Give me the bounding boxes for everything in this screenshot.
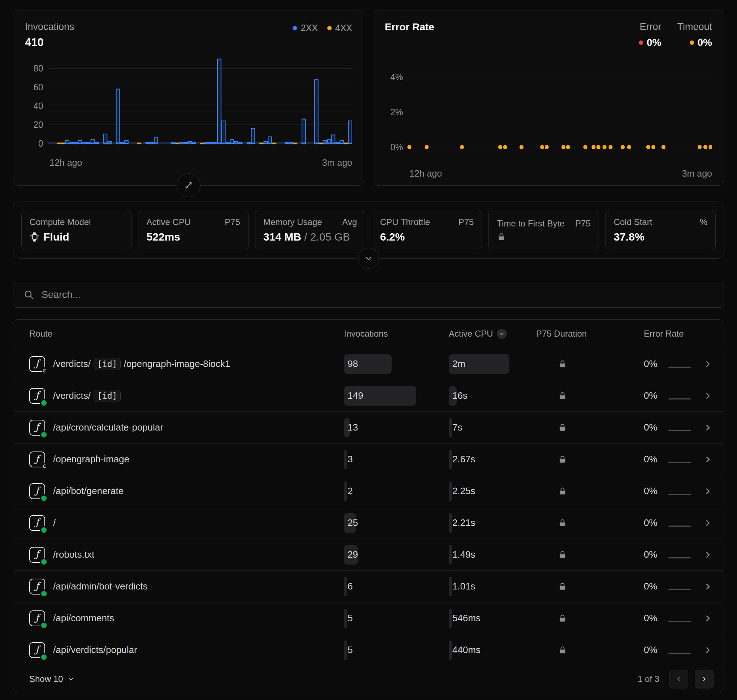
- active-cpu-value: 2.21s: [449, 517, 475, 528]
- p75-duration-cell: [536, 423, 631, 432]
- active-cpu-cell: 1.01s: [449, 571, 536, 602]
- chevron-right-icon[interactable]: [703, 518, 712, 528]
- active-cpu-value: 546ms: [449, 613, 481, 624]
- error-rate-value: 0%: [644, 549, 658, 560]
- chevron-right-icon[interactable]: [703, 359, 712, 369]
- invocations-cell: 6: [344, 571, 449, 602]
- table-body: ƒ ε /verdicts/[id]/opengraph-image-8iock…: [13, 348, 724, 666]
- lock-icon: [497, 232, 506, 242]
- chevron-right-icon: [700, 675, 708, 683]
- table-row[interactable]: ƒ ε /opengraph-image 3 2.67s 0%: [13, 443, 724, 475]
- active-cpu-value: 2m: [449, 358, 465, 369]
- function-icon: ƒ: [29, 642, 45, 658]
- error-rate-sparkline: [668, 621, 691, 622]
- error-rate-value: 0%: [644, 358, 658, 369]
- page-indicator: 1 of 3: [638, 674, 659, 684]
- node-runtime-badge: [41, 400, 47, 406]
- next-page-button[interactable]: [695, 670, 713, 688]
- invocations-cell: 29: [344, 539, 449, 570]
- svg-text:80: 80: [34, 63, 43, 74]
- invocations-value: 2: [344, 485, 353, 497]
- error-rate-sparkline: [668, 367, 691, 368]
- table-row[interactable]: ƒ /robots.txt 29 1.49s 0%: [13, 538, 724, 570]
- lock-icon: [558, 646, 567, 655]
- function-icon: ƒ: [29, 547, 45, 563]
- route-path: /verdicts/[id]: [53, 390, 121, 402]
- node-runtime-badge: [41, 496, 47, 501]
- x-label-left: 12h ago: [50, 157, 82, 168]
- active-cpu-cell: 440ms: [449, 634, 536, 666]
- table-row[interactable]: ƒ / 25 2.21s 0%: [13, 507, 724, 538]
- expand-chart-button[interactable]: [177, 174, 200, 197]
- svg-text:0: 0: [38, 138, 43, 149]
- active-cpu-value: 7s: [449, 422, 462, 433]
- chevron-right-icon[interactable]: [703, 550, 712, 559]
- chevron-down-icon: [67, 675, 74, 683]
- edge-runtime-badge: ε: [42, 367, 47, 374]
- prev-page-button[interactable]: [669, 670, 688, 688]
- active-cpu-cell: 2.21s: [449, 507, 536, 538]
- invocations-value: 3: [344, 454, 353, 465]
- route-path: /verdicts/[id]/opengraph-image-8iock1: [53, 358, 230, 370]
- function-icon: ƒ: [29, 515, 45, 531]
- table-row[interactable]: ƒ /api/bot/generate 2 2.25s 0%: [13, 475, 724, 507]
- legend-timeout-dot: [690, 40, 694, 45]
- legend-error-dot: [639, 40, 643, 45]
- function-icon: ƒ: [29, 483, 45, 499]
- error-rate-sparkline: [668, 462, 691, 463]
- chevron-right-icon[interactable]: [703, 455, 712, 464]
- route-path: /api/cron/calculate-popular: [53, 422, 163, 433]
- node-runtime-badge: [41, 559, 47, 565]
- lock-icon: [558, 359, 567, 369]
- table-header: Route Invocations Active CPU P75 Duratio…: [13, 320, 724, 348]
- error-rate-cell: 0%: [631, 454, 703, 465]
- active-cpu-cell: 2m: [449, 348, 536, 379]
- expand-icon: [184, 181, 193, 190]
- metric-memory-usage: Memory UsageAvg 314 MB / 2.05 GB: [255, 210, 365, 250]
- table-row[interactable]: ƒ ε /verdicts/[id]/opengraph-image-8iock…: [13, 348, 724, 379]
- search-input[interactable]: [41, 289, 713, 300]
- invocations-chart: 020406080: [25, 52, 352, 155]
- legend-2xx: 2XX: [293, 23, 318, 33]
- dynamic-segment-pill: [id]: [94, 390, 121, 402]
- chevron-right-icon[interactable]: [703, 582, 712, 591]
- active-cpu-value: 2.25s: [449, 485, 475, 497]
- header-route: Route: [29, 329, 344, 339]
- chevron-right-icon[interactable]: [703, 646, 712, 655]
- invocations-cell: 2: [344, 475, 449, 507]
- error-rate-sparkline: [668, 557, 691, 559]
- error-rate-value: 0%: [644, 644, 658, 656]
- collapse-metrics-button[interactable]: [358, 248, 379, 269]
- active-cpu-value: 440ms: [449, 644, 481, 656]
- invocations-card: Invocations 410 2XX 4XX 020406080 12h ag…: [13, 10, 364, 186]
- table-row[interactable]: ƒ /api/comments 5 546ms 0%: [13, 602, 724, 634]
- active-cpu-cell: 7s: [449, 412, 536, 443]
- route-path: /opengraph-image: [53, 454, 129, 465]
- show-count-dropdown[interactable]: Show 10: [29, 674, 74, 684]
- active-cpu-value: 16s: [449, 390, 468, 401]
- header-p75-duration: P75 Duration: [536, 329, 631, 339]
- error-rate-card: Error Rate Error 0% Timeout 0%: [373, 10, 724, 186]
- search-bar: [13, 282, 724, 308]
- svg-text:40: 40: [34, 100, 43, 111]
- table-footer: Show 10 1 of 3: [13, 666, 724, 692]
- routes-table: Route Invocations Active CPU P75 Duratio…: [13, 319, 724, 692]
- lock-icon: [558, 455, 567, 464]
- table-row[interactable]: ƒ /verdicts/[id] 149 16s 0%: [13, 379, 724, 412]
- header-active-cpu[interactable]: Active CPU: [449, 329, 536, 339]
- node-runtime-badge: [41, 527, 47, 533]
- error-rate-value: 0%: [644, 613, 658, 624]
- active-cpu-cell: 1.49s: [449, 539, 536, 570]
- chevron-right-icon[interactable]: [703, 423, 712, 432]
- chevron-right-icon[interactable]: [703, 487, 712, 496]
- chevron-right-icon[interactable]: [703, 391, 712, 401]
- function-icon: ƒ: [29, 579, 45, 594]
- chevron-right-icon[interactable]: [703, 614, 712, 623]
- function-icon: ƒ: [29, 610, 45, 626]
- active-cpu-cell: 2.67s: [449, 444, 536, 475]
- error-rate-sparkline: [668, 653, 691, 654]
- table-row[interactable]: ƒ /api/admin/bot-verdicts 6 1.01s 0%: [13, 570, 724, 602]
- table-row[interactable]: ƒ /api/verdicts/popular 5 440ms 0%: [13, 634, 724, 666]
- svg-text:60: 60: [34, 82, 43, 92]
- table-row[interactable]: ƒ /api/cron/calculate-popular 13 7s 0%: [13, 412, 724, 443]
